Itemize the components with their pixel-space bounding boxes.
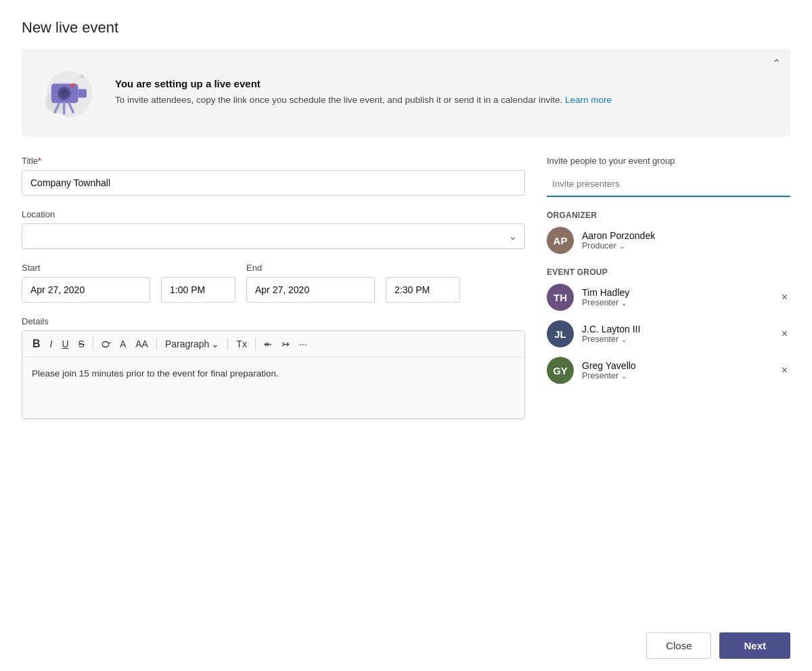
location-input[interactable] (22, 223, 525, 249)
toolbar-para-chevron-icon: ⌄ (211, 339, 219, 349)
toolbar-text-color-button[interactable]: A (116, 337, 129, 351)
end-date-group: End (246, 263, 375, 303)
toolbar-underline-button[interactable]: U (58, 337, 72, 351)
toolbar-outdent-button[interactable]: ↞ (261, 337, 275, 351)
toolbar-list-button[interactable]: ↣ (278, 337, 293, 351)
end-label: End (246, 263, 375, 273)
member-0-remove-button[interactable]: × (779, 289, 790, 305)
toolbar-separator-1 (93, 338, 93, 350)
toolbar-paragraph-button[interactable]: Paragraph ⌄ (162, 337, 223, 351)
member-2-remove-button[interactable]: × (779, 362, 790, 378)
member-0-role[interactable]: Presenter ⌄ (582, 298, 771, 307)
form-layout: Title* Location ⌄ Start (22, 156, 790, 433)
member-1-remove-button[interactable]: × (779, 326, 790, 342)
svg-point-5 (71, 84, 74, 87)
svg-point-4 (60, 89, 68, 98)
bottom-bar: Close Next (0, 620, 812, 671)
form-left: Title* Location ⌄ Start (22, 156, 525, 433)
start-time-input[interactable] (161, 277, 235, 303)
toolbar-more-button[interactable]: ··· (296, 337, 311, 351)
toolbar-bold-button[interactable]: B (29, 337, 44, 351)
start-label: Start (22, 263, 150, 273)
learn-more-link[interactable]: Learn more (565, 95, 612, 105)
end-time-input[interactable] (386, 277, 460, 303)
start-time-spacer (161, 263, 235, 273)
start-date-group: Start (22, 263, 150, 303)
toolbar-italic-button[interactable]: I (47, 337, 56, 351)
organizer-role-chevron-icon: ⌄ (619, 242, 625, 250)
toolbar-text-size-button[interactable]: AA (132, 337, 152, 351)
details-group: Details B I U S ℺ A AA Paragraph (22, 316, 525, 419)
svg-text:✦: ✦ (79, 72, 85, 81)
member-2-name: Greg Yavello (582, 360, 771, 371)
organizer-section: Organizer AP Aaron Porzondek Producer ⌄ (547, 211, 790, 254)
event-group-member-1: JL J.C. Layton III Presenter ⌄ × (547, 320, 790, 347)
member-1-info: J.C. Layton III Presenter ⌄ (582, 324, 771, 344)
location-label: Location (22, 209, 525, 219)
next-button[interactable]: Next (719, 632, 790, 659)
member-0-info: Tim Hadley Presenter ⌄ (582, 287, 771, 307)
toolbar-separator-3 (227, 338, 228, 350)
end-date-input[interactable] (246, 277, 375, 303)
close-button[interactable]: Close (646, 632, 711, 659)
start-time-group (161, 263, 235, 303)
rich-text-container: B I U S ℺ A AA Paragraph ⌄ (22, 330, 525, 419)
member-0-name: Tim Hadley (582, 287, 771, 298)
member-0-avatar: TH (547, 284, 574, 311)
toolbar-strikethrough-button[interactable]: S (75, 337, 88, 351)
event-group-section-label: Event group (547, 267, 790, 277)
organizer-role[interactable]: Producer ⌄ (582, 241, 790, 251)
camera-icon: ✦ ✦ (38, 62, 99, 123)
location-group: Location ⌄ (22, 209, 525, 249)
event-group-member-2: GY Greg Yavello Presenter ⌄ × (547, 357, 790, 384)
member-2-role-chevron-icon: ⌄ (621, 372, 627, 380)
form-right: Invite people to your event group Organi… (547, 156, 790, 433)
end-time-spacer (386, 263, 460, 273)
organizer-section-label: Organizer (547, 211, 790, 220)
rich-text-toolbar: B I U S ℺ A AA Paragraph ⌄ (22, 331, 524, 358)
member-1-role-chevron-icon: ⌄ (621, 336, 627, 343)
datetime-row: Start End (22, 263, 525, 303)
organizer-info: Aaron Porzondek Producer ⌄ (582, 230, 790, 251)
member-2-avatar: GY (547, 357, 574, 384)
title-label: Title* (22, 156, 525, 166)
banner-text: You are setting up a live event To invit… (115, 78, 612, 107)
details-text[interactable]: Please join 15 minutes prior to the even… (22, 358, 524, 418)
member-0-role-chevron-icon: ⌄ (621, 299, 627, 307)
toolbar-separator-4 (255, 338, 256, 350)
location-wrapper: ⌄ (22, 223, 525, 249)
page-title: New live event (22, 19, 790, 37)
member-1-avatar: JL (547, 320, 574, 347)
banner-collapse-icon[interactable]: ⌃ (772, 57, 781, 70)
member-2-info: Greg Yavello Presenter ⌄ (582, 360, 771, 381)
toolbar-indent-button[interactable]: ℺ (98, 337, 114, 351)
organizer-name: Aaron Porzondek (582, 230, 790, 241)
svg-rect-9 (78, 89, 87, 98)
end-time-group (386, 263, 460, 303)
organizer-row: AP Aaron Porzondek Producer ⌄ (547, 227, 790, 254)
event-group-section: Event group TH Tim Hadley Presenter ⌄ × (547, 267, 790, 384)
toolbar-clear-button[interactable]: Tx (233, 337, 250, 351)
organizer-avatar: AP (547, 227, 574, 254)
banner-heading: You are setting up a live event (115, 78, 612, 89)
title-group: Title* (22, 156, 525, 196)
invite-input-wrapper (547, 171, 790, 197)
svg-text:✦: ✦ (85, 70, 89, 76)
details-label: Details (22, 316, 525, 326)
banner: ⌃ ✦ ✦ You are setting up a live event (22, 49, 790, 137)
event-group-member-0: TH Tim Hadley Presenter ⌄ × (547, 284, 790, 311)
invite-presenters-input[interactable] (547, 171, 790, 197)
start-date-input[interactable] (22, 277, 150, 303)
title-input[interactable] (22, 170, 525, 196)
toolbar-separator-2 (156, 338, 157, 350)
banner-body: To invite attendees, copy the link once … (115, 93, 612, 107)
member-2-role[interactable]: Presenter ⌄ (582, 371, 771, 381)
member-1-name: J.C. Layton III (582, 324, 771, 334)
member-1-role[interactable]: Presenter ⌄ (582, 334, 771, 344)
invite-label: Invite people to your event group (547, 156, 790, 166)
